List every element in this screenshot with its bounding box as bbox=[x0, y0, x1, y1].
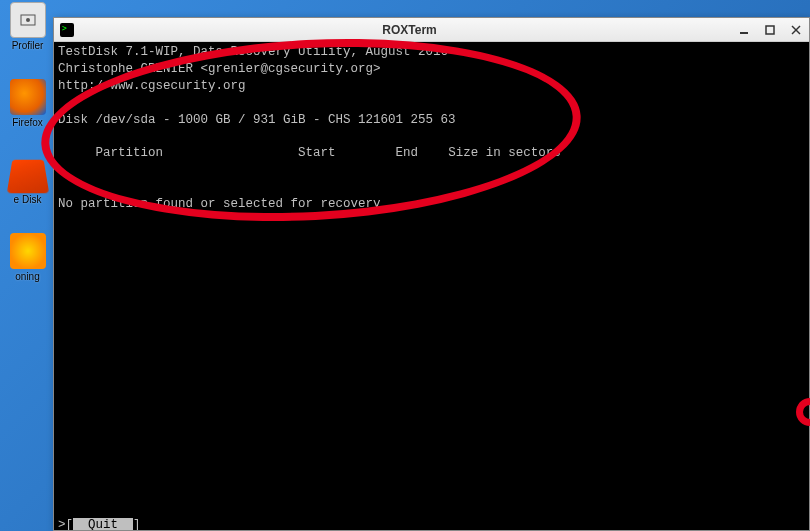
desktop-icon-label: e Disk bbox=[0, 194, 55, 205]
minimize-icon bbox=[739, 25, 749, 35]
terminal-window: ROXTerm TestDisk 7.1-WIP, Data Recovery … bbox=[53, 17, 810, 531]
close-icon bbox=[791, 25, 801, 35]
desktop-icon-firefox[interactable]: Firefox bbox=[0, 79, 55, 128]
col-partition: Partition bbox=[96, 146, 164, 160]
prompt-suffix: ] bbox=[133, 518, 141, 531]
desktop-icon-profiler[interactable]: Profiler bbox=[0, 2, 55, 51]
prompt-prefix: >[ bbox=[58, 518, 73, 531]
desktop-icon-disk[interactable]: e Disk bbox=[0, 156, 55, 205]
desktop-icon-oning[interactable]: oning bbox=[0, 233, 55, 282]
terminal-icon bbox=[60, 23, 74, 37]
titlebar[interactable]: ROXTerm bbox=[54, 18, 809, 42]
desktop: Profiler Firefox e Disk oning bbox=[0, 0, 55, 531]
firefox-icon bbox=[10, 79, 46, 115]
window-title: ROXTerm bbox=[82, 23, 737, 37]
no-partition-message: No partition found or selected for recov… bbox=[58, 197, 381, 211]
svg-rect-3 bbox=[766, 26, 774, 34]
col-end: End bbox=[396, 146, 419, 160]
testdisk-author: Christophe GRENIER <grenier@cgsecurity.o… bbox=[58, 62, 381, 76]
terminal-content[interactable]: TestDisk 7.1-WIP, Data Recovery Utility,… bbox=[54, 42, 809, 530]
maximize-button[interactable] bbox=[763, 23, 777, 37]
minimize-button[interactable] bbox=[737, 23, 751, 37]
profiler-icon bbox=[10, 2, 46, 38]
testdisk-version: TestDisk 7.1-WIP, Data Recovery Utility,… bbox=[58, 45, 448, 59]
disk-icon bbox=[6, 160, 48, 193]
desktop-icon-label: oning bbox=[0, 271, 55, 282]
svg-point-1 bbox=[26, 18, 30, 22]
col-start: Start bbox=[298, 146, 336, 160]
quit-button[interactable]: Quit bbox=[73, 518, 133, 531]
testdisk-url: http://www.cgsecurity.org bbox=[58, 79, 246, 93]
maximize-icon bbox=[765, 25, 775, 35]
desktop-icon-label: Profiler bbox=[0, 40, 55, 51]
disk-info: Disk /dev/sda - 1000 GB / 931 GiB - CHS … bbox=[58, 113, 456, 127]
col-size: Size in sectors bbox=[448, 146, 561, 160]
flame-icon bbox=[10, 233, 46, 269]
window-controls bbox=[737, 23, 803, 37]
close-button[interactable] bbox=[789, 23, 803, 37]
desktop-icon-label: Firefox bbox=[0, 117, 55, 128]
